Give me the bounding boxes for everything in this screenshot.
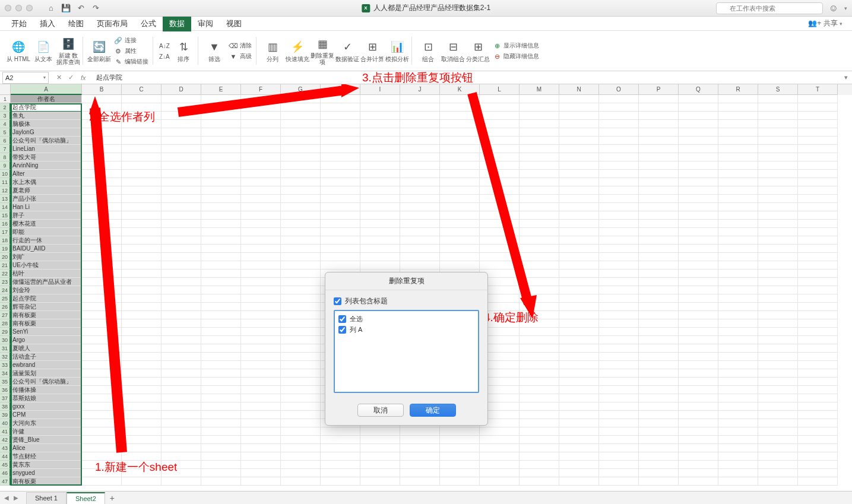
- cell[interactable]: 带投大哥: [11, 153, 82, 161]
- cell[interactable]: [241, 137, 281, 145]
- cell[interactable]: [241, 344, 281, 353]
- cell[interactable]: [281, 336, 321, 344]
- cell[interactable]: [559, 195, 599, 203]
- cell[interactable]: [559, 386, 599, 394]
- cell[interactable]: [241, 386, 281, 394]
- cell[interactable]: [520, 120, 559, 128]
- cell[interactable]: [559, 303, 599, 311]
- cell[interactable]: [718, 353, 758, 361]
- cell[interactable]: [798, 236, 838, 245]
- cell[interactable]: [718, 469, 758, 477]
- cell[interactable]: [440, 436, 480, 444]
- cell[interactable]: [758, 477, 798, 486]
- cell[interactable]: 起点学院: [11, 294, 82, 303]
- cell[interactable]: [639, 469, 679, 477]
- cell[interactable]: [758, 444, 798, 452]
- cell[interactable]: [201, 461, 241, 469]
- cell[interactable]: [321, 220, 360, 228]
- cell[interactable]: [122, 137, 161, 145]
- minimize-window-icon[interactable]: [15, 5, 22, 11]
- cell[interactable]: [639, 153, 679, 161]
- cell[interactable]: [599, 236, 639, 245]
- cell[interactable]: [321, 203, 360, 211]
- cell[interactable]: [400, 145, 440, 153]
- cell[interactable]: [758, 112, 798, 120]
- cell[interactable]: [440, 236, 480, 245]
- cell[interactable]: [161, 452, 201, 461]
- cell[interactable]: 活动盒子: [11, 353, 82, 361]
- cell[interactable]: [679, 128, 718, 137]
- cell[interactable]: [82, 419, 122, 427]
- cell[interactable]: [201, 103, 241, 112]
- row-header[interactable]: 20: [0, 253, 11, 261]
- advanced-filter-button[interactable]: ▼高级: [229, 52, 252, 61]
- cell[interactable]: [241, 411, 281, 419]
- cell[interactable]: [679, 120, 718, 128]
- cell[interactable]: [321, 228, 360, 236]
- cell[interactable]: [122, 378, 161, 386]
- cell[interactable]: 胖子: [11, 211, 82, 220]
- cell[interactable]: [758, 452, 798, 461]
- cell[interactable]: [679, 369, 718, 378]
- col-header-B[interactable]: B: [82, 84, 122, 95]
- cell[interactable]: [480, 95, 520, 103]
- cell[interactable]: 夏老师: [11, 186, 82, 195]
- row-header[interactable]: 11: [0, 178, 11, 186]
- remove-duplicates-button[interactable]: ▦删除重复项: [310, 33, 335, 69]
- cell[interactable]: [520, 427, 559, 436]
- cell[interactable]: [122, 178, 161, 186]
- cell[interactable]: [241, 444, 281, 452]
- cell[interactable]: [82, 344, 122, 353]
- cell[interactable]: [599, 211, 639, 220]
- cell[interactable]: [639, 411, 679, 419]
- cell[interactable]: [82, 452, 122, 461]
- cell[interactable]: [559, 170, 599, 178]
- cell[interactable]: [718, 444, 758, 452]
- cell[interactable]: [758, 436, 798, 444]
- cell[interactable]: [201, 186, 241, 195]
- cell[interactable]: [718, 220, 758, 228]
- cell[interactable]: [360, 261, 400, 270]
- cell[interactable]: [718, 319, 758, 328]
- cell[interactable]: [480, 236, 520, 245]
- cell[interactable]: [599, 427, 639, 436]
- cell[interactable]: [599, 386, 639, 394]
- cell[interactable]: [718, 386, 758, 394]
- cell[interactable]: [480, 436, 520, 444]
- cell[interactable]: [559, 278, 599, 286]
- cell[interactable]: [161, 369, 201, 378]
- cell[interactable]: [798, 186, 838, 195]
- cell[interactable]: [798, 452, 838, 461]
- cell[interactable]: [440, 112, 480, 120]
- cell[interactable]: 涵量策划: [11, 369, 82, 378]
- maximize-window-icon[interactable]: [26, 5, 33, 11]
- cell[interactable]: [798, 311, 838, 319]
- cell[interactable]: [758, 294, 798, 303]
- menu-公式[interactable]: 公式: [134, 16, 163, 31]
- cell[interactable]: [161, 261, 201, 270]
- cell[interactable]: [360, 253, 400, 261]
- cell[interactable]: [559, 211, 599, 220]
- cell[interactable]: [798, 461, 838, 469]
- cell[interactable]: [400, 427, 440, 436]
- cell[interactable]: [161, 103, 201, 112]
- cell[interactable]: 起点学院: [11, 103, 82, 112]
- cell[interactable]: [798, 278, 838, 286]
- cell[interactable]: [758, 95, 798, 103]
- cell[interactable]: Alice: [11, 444, 82, 452]
- cell[interactable]: [718, 461, 758, 469]
- row-header[interactable]: 29: [0, 328, 11, 336]
- cell[interactable]: [679, 419, 718, 427]
- cell[interactable]: [440, 170, 480, 178]
- cell[interactable]: [718, 344, 758, 353]
- cell[interactable]: [718, 186, 758, 195]
- cell[interactable]: [161, 153, 201, 161]
- row-header[interactable]: 31: [0, 344, 11, 353]
- cell[interactable]: 行走的一休: [11, 236, 82, 245]
- cell[interactable]: 南有板栗: [11, 477, 82, 486]
- row-header[interactable]: 17: [0, 228, 11, 236]
- cell[interactable]: [758, 261, 798, 270]
- cell[interactable]: [241, 153, 281, 161]
- row-header[interactable]: 30: [0, 336, 11, 344]
- col-header-C[interactable]: C: [122, 84, 161, 95]
